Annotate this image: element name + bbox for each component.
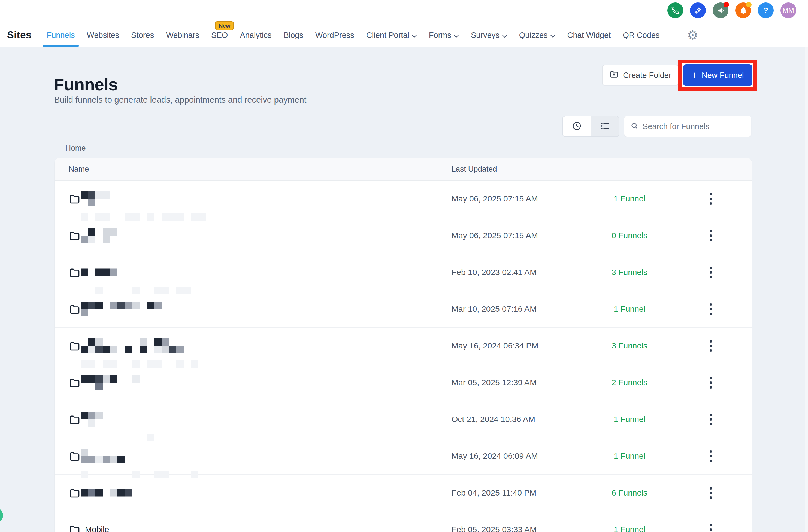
tab-forms[interactable]: Forms xyxy=(429,23,459,47)
redacted-pixel xyxy=(176,360,184,368)
funnel-count-link[interactable]: 1 Funnel xyxy=(572,194,687,203)
phone-icon[interactable] xyxy=(667,2,683,18)
row-kebab-menu-button[interactable] xyxy=(704,226,717,245)
row-kebab-menu-button[interactable] xyxy=(704,189,717,208)
table-row[interactable]: May 16, 2024 06:34 PM3 Funnels xyxy=(55,327,752,364)
funnel-count-link[interactable]: 1 Funnel xyxy=(572,304,687,314)
redacted-pixel xyxy=(103,456,110,463)
table-row[interactable]: Feb 04, 2025 11:40 PM6 Funnels xyxy=(55,475,752,511)
redacted-pixel xyxy=(140,434,147,441)
redacted-pixel xyxy=(103,346,110,353)
redacted-pixel xyxy=(103,360,110,368)
redacted-pixel xyxy=(95,412,103,419)
redacted-pixel xyxy=(95,382,103,390)
settings-gear-icon[interactable]: ⚙ xyxy=(687,29,698,41)
search-input[interactable] xyxy=(642,118,751,135)
redacted-pixel xyxy=(132,471,140,478)
table-row[interactable]: May 06, 2025 07:15 AM1 Funnel xyxy=(55,180,752,217)
redacted-pixel xyxy=(103,449,110,456)
last-updated-value: May 06, 2025 07:15 AM xyxy=(452,194,538,203)
row-kebab-menu-button[interactable] xyxy=(704,263,717,282)
redacted-pixel xyxy=(81,382,88,390)
avatar-initials: MM xyxy=(783,6,794,15)
breadcrumb: Home xyxy=(66,144,86,152)
funnel-count-link[interactable]: 2 Funnels xyxy=(572,378,687,387)
table-row[interactable]: May 16, 2024 06:09 AM1 Funnel xyxy=(55,438,752,475)
redacted-pixel xyxy=(117,302,125,309)
funnel-count-link[interactable]: 3 Funnels xyxy=(572,268,687,277)
table-row[interactable]: Feb 10, 2023 02:41 AM3 Funnels xyxy=(55,254,752,291)
tab-analytics[interactable]: Analytics xyxy=(240,23,271,47)
redacted-pixel xyxy=(169,346,176,353)
row-kebab-menu-button[interactable] xyxy=(704,373,717,392)
table-row[interactable]: Mar 05, 2025 12:39 AM2 Funnels xyxy=(55,364,752,401)
redacted-pixel xyxy=(169,287,176,294)
tab-stores[interactable]: Stores xyxy=(131,23,154,47)
tab-blogs[interactable]: Blogs xyxy=(283,23,303,47)
row-kebab-menu-button[interactable] xyxy=(704,483,717,502)
recent-view-toggle[interactable] xyxy=(563,116,590,136)
funnel-count-link[interactable]: 6 Funnels xyxy=(572,488,687,497)
tab-funnels[interactable]: Funnels xyxy=(47,23,75,47)
redacted-pixel xyxy=(81,287,88,294)
tab-qr-codes[interactable]: QR Codes xyxy=(623,23,660,47)
help-icon[interactable]: ? xyxy=(758,2,774,18)
create-folder-button[interactable]: Create Folder xyxy=(602,65,679,86)
table-row[interactable]: May 06, 2025 07:15 AM0 Funnels xyxy=(55,217,752,254)
redacted-pixel xyxy=(117,360,125,368)
tab-chat-widget[interactable]: Chat Widget xyxy=(567,23,611,47)
redacted-pixel xyxy=(110,269,117,276)
redacted-pixel xyxy=(140,346,147,353)
tab-seo[interactable]: SEONew xyxy=(211,23,228,47)
redacted-pixel xyxy=(88,360,95,368)
row-kebab-menu-button[interactable] xyxy=(704,336,717,355)
list-view-toggle[interactable] xyxy=(590,116,619,136)
tab-client-portal[interactable]: Client Portal xyxy=(366,23,417,47)
tab-websites[interactable]: Websites xyxy=(87,23,120,47)
redacted-pixel xyxy=(154,346,162,353)
redacted-pixel xyxy=(103,302,110,309)
redacted-pixel xyxy=(154,287,162,294)
funnel-count-link[interactable]: 0 Funnels xyxy=(572,231,687,240)
row-kebab-menu-button[interactable] xyxy=(704,520,717,532)
funnel-count-link[interactable]: 1 Funnel xyxy=(572,451,687,461)
table-row[interactable]: Oct 21, 2024 10:36 AM1 Funnel xyxy=(55,401,752,438)
row-kebab-menu-button[interactable] xyxy=(704,300,717,319)
table-row[interactable]: MobileFeb 05, 2025 03:33 AM1 Funnel xyxy=(55,511,752,532)
row-kebab-menu-button[interactable] xyxy=(704,446,717,466)
tab-wordpress[interactable]: WordPress xyxy=(315,23,354,47)
funnel-count-link[interactable]: 1 Funnel xyxy=(572,525,687,532)
account-icon[interactable]: MM xyxy=(781,2,796,18)
redacted-pixel xyxy=(95,287,103,294)
annotation-highlight: + New Funnel xyxy=(678,60,757,91)
redacted-pixel xyxy=(81,419,88,426)
redacted-pixel xyxy=(88,456,95,463)
new-funnel-button[interactable]: + New Funnel xyxy=(683,64,752,86)
redacted-pixel xyxy=(162,471,169,478)
announcements-icon[interactable] xyxy=(713,2,729,18)
redacted-pixel xyxy=(117,287,125,294)
redacted-pixel xyxy=(125,449,132,456)
support-widget-button[interactable] xyxy=(0,508,3,523)
scrollbar-track[interactable] xyxy=(805,47,808,532)
tab-label: Funnels xyxy=(47,31,75,40)
tab-webinars[interactable]: Webinars xyxy=(166,23,199,47)
table-row[interactable]: Mar 10, 2025 07:16 AM1 Funnel xyxy=(55,291,752,327)
redacted-pixel xyxy=(147,287,154,294)
redacted-pixel xyxy=(162,287,169,294)
funnel-count-link[interactable]: 3 Funnels xyxy=(572,341,687,350)
tab-quizzes[interactable]: Quizzes xyxy=(519,23,555,47)
redacted-pixel xyxy=(169,471,176,478)
tab-surveys[interactable]: Surveys xyxy=(471,23,507,47)
notifications-icon[interactable] xyxy=(735,2,751,18)
redacted-pixel xyxy=(95,228,103,235)
funnel-count-link[interactable]: 1 Funnel xyxy=(572,415,687,424)
redacted-pixel xyxy=(184,471,191,478)
redacted-pixel xyxy=(147,346,154,353)
redacted-pixel xyxy=(88,302,95,309)
row-kebab-menu-button[interactable] xyxy=(704,410,717,429)
ai-sparkles-icon[interactable] xyxy=(690,2,706,18)
redacted-pixel xyxy=(88,434,95,441)
redacted-folder-name xyxy=(81,338,184,353)
redacted-pixel xyxy=(154,360,162,368)
